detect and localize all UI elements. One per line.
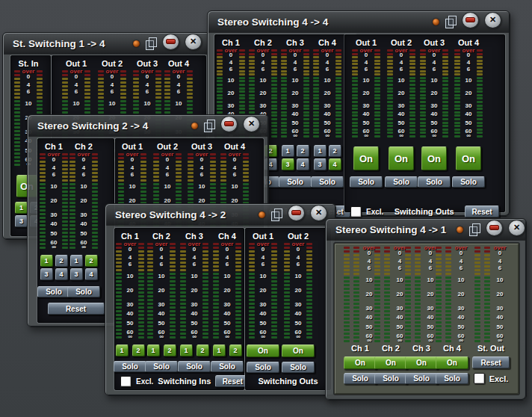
- on-button[interactable]: On: [374, 356, 407, 369]
- route-row: 1 2: [147, 345, 176, 356]
- channel-label: Ch 2: [382, 344, 400, 355]
- route-button-2[interactable]: 2: [197, 345, 209, 356]
- route-button-1[interactable]: 1: [70, 255, 83, 267]
- route-button-2[interactable]: 2: [55, 255, 68, 267]
- solo-button[interactable]: Solo: [311, 176, 344, 188]
- minimize-button[interactable]: [220, 116, 238, 132]
- route-button-1[interactable]: 1: [147, 345, 160, 356]
- route-button-1[interactable]: 1: [40, 255, 53, 267]
- solo-button[interactable]: Solo: [405, 373, 438, 384]
- titlebar[interactable]: Stereo Switching 2 -> 4 ✕: [28, 116, 267, 137]
- solo-button[interactable]: Solo: [37, 286, 70, 297]
- route-grid: 1 2 3 4: [40, 255, 68, 280]
- solo-button[interactable]: Solo: [344, 373, 377, 384]
- route-button-3[interactable]: 3: [282, 158, 294, 170]
- solo-button[interactable]: Solo: [114, 361, 146, 372]
- solo-button[interactable]: Solo: [452, 176, 485, 188]
- reset-button[interactable]: Reset: [465, 206, 499, 217]
- on-button[interactable]: On: [421, 146, 447, 170]
- channel-label: Ch 1: [351, 344, 369, 355]
- channel-group: Out 2 over046102030405060∞ On Solo: [387, 38, 415, 188]
- route-button-4[interactable]: 4: [55, 268, 68, 280]
- route-button-1[interactable]: 1: [180, 345, 193, 356]
- vu-meter: over046102030405060∞: [352, 49, 380, 138]
- close-button[interactable]: ✕: [310, 205, 327, 221]
- excl-checkbox[interactable]: [474, 373, 485, 384]
- titlebar[interactable]: Stereo Switching 4 -> 1 ✕: [327, 220, 525, 241]
- route-button-2[interactable]: 2: [164, 345, 176, 356]
- route-button-3[interactable]: 3: [314, 158, 327, 170]
- route-button-2[interactable]: 2: [85, 255, 98, 267]
- solo-button[interactable]: Solo: [282, 362, 315, 373]
- vu-meter: over046102030405060∞: [420, 49, 448, 138]
- route-button-2[interactable]: 2: [297, 145, 309, 157]
- route-button-1[interactable]: 1: [15, 202, 28, 214]
- minimize-button[interactable]: [462, 12, 479, 28]
- vu-meter: over046102030405060∞: [147, 243, 176, 339]
- minimize-button[interactable]: [162, 34, 179, 50]
- route-row: 1 2: [116, 345, 145, 356]
- route-button-3[interactable]: 3: [15, 215, 28, 227]
- on-button[interactable]: On: [456, 146, 481, 170]
- copy-pages-icon[interactable]: [445, 16, 457, 28]
- route-button-4[interactable]: 4: [85, 268, 98, 280]
- excl-checkbox[interactable]: [120, 376, 132, 387]
- vu-meter: over046102030405060∞: [213, 243, 241, 339]
- solo-button[interactable]: Solo: [436, 373, 468, 384]
- copy-pages-icon[interactable]: [203, 120, 215, 132]
- solo-button[interactable]: Solo: [247, 362, 279, 373]
- excl-checkbox[interactable]: [350, 206, 362, 217]
- excl-label: Excl.: [136, 377, 153, 386]
- titlebar[interactable]: Stereo Switching 4 -> 2 ✕: [106, 205, 335, 226]
- copy-pages-icon[interactable]: [270, 208, 282, 221]
- close-button[interactable]: ✕: [243, 116, 260, 132]
- copy-pages-icon[interactable]: [468, 223, 480, 236]
- solo-button[interactable]: Solo: [279, 176, 312, 188]
- solo-button[interactable]: Solo: [145, 361, 178, 372]
- on-button[interactable]: On: [282, 345, 315, 357]
- on-button[interactable]: On: [353, 146, 379, 170]
- route-button-1[interactable]: 1: [213, 345, 226, 356]
- on-button[interactable]: On: [247, 345, 279, 357]
- desktop: St. Switching 1 -> 4 ✕ St. In over046102…: [0, 0, 532, 417]
- route-button-3[interactable]: 3: [40, 268, 53, 280]
- route-button-1[interactable]: 1: [314, 145, 327, 157]
- on-button[interactable]: On: [344, 356, 377, 369]
- route-button-1[interactable]: 1: [116, 345, 129, 356]
- reset-button[interactable]: Reset: [48, 303, 105, 315]
- on-button[interactable]: On: [405, 356, 438, 369]
- channel-label: Ch 4: [443, 344, 461, 355]
- solo-button[interactable]: Solo: [418, 176, 451, 188]
- minimize-button[interactable]: [288, 205, 305, 221]
- vu-meter: over046102030405060∞: [344, 247, 377, 342]
- route-button-2[interactable]: 2: [229, 345, 242, 356]
- titlebar[interactable]: St. Switching 1 -> 4 ✕: [4, 34, 209, 55]
- titlebar[interactable]: Stereo Switching 4 -> 4 ✕: [208, 12, 509, 33]
- route-button-4[interactable]: 4: [329, 158, 341, 170]
- route-button-3[interactable]: 3: [70, 268, 83, 280]
- minimize-button[interactable]: [486, 220, 503, 236]
- route-button-1[interactable]: 1: [282, 145, 294, 157]
- copy-pages-icon[interactable]: [145, 37, 157, 50]
- solo-button[interactable]: Solo: [385, 176, 418, 188]
- input-panel: Ch 1 over046102030405060∞ 1 2 3 4 Solo C…: [37, 138, 114, 323]
- solo-button[interactable]: Solo: [350, 176, 383, 188]
- minimize-icon: [166, 39, 176, 44]
- vu-meter: over046102030405060∞: [405, 247, 438, 342]
- vu-meter: over046102030405060∞: [454, 49, 483, 138]
- reset-button[interactable]: Reset: [472, 356, 510, 368]
- solo-button[interactable]: Solo: [67, 286, 100, 297]
- on-button[interactable]: On: [436, 356, 468, 369]
- route-button-4[interactable]: 4: [297, 158, 309, 170]
- solo-button[interactable]: Solo: [374, 373, 407, 384]
- solo-button[interactable]: Solo: [178, 361, 211, 372]
- close-button[interactable]: ✕: [185, 34, 202, 50]
- solo-button[interactable]: Solo: [211, 361, 244, 372]
- close-button[interactable]: ✕: [508, 220, 525, 236]
- route-button-2[interactable]: 2: [329, 145, 341, 157]
- channel-group: Out 4 over046102030405060∞ On Solo: [454, 38, 483, 188]
- route-button-2[interactable]: 2: [132, 345, 145, 356]
- close-button[interactable]: ✕: [484, 12, 501, 28]
- on-button[interactable]: On: [389, 146, 414, 170]
- excl-label: Excl.: [489, 374, 509, 383]
